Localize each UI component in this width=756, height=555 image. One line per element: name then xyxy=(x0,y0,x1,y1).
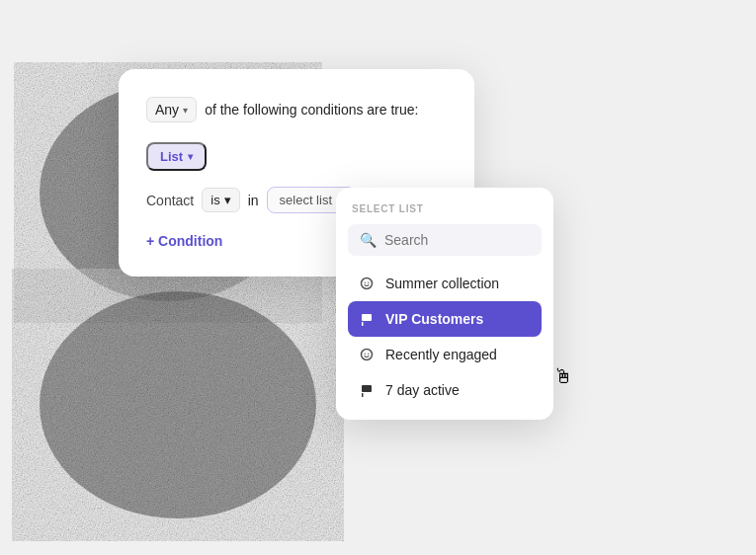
list-tag-button[interactable]: List ▾ xyxy=(146,142,207,171)
dropdown-title: SELECT LIST xyxy=(348,203,542,214)
select-list-dropdown: SELECT LIST 🔍 Summer collectionVIP Custo… xyxy=(336,188,553,420)
flag-icon xyxy=(358,381,376,399)
any-chevron-icon: ▾ xyxy=(183,105,188,116)
dropdown-items-container: Summer collectionVIP CustomersRecently e… xyxy=(348,266,542,408)
svg-point-7 xyxy=(362,350,373,360)
tag-row: List ▾ xyxy=(146,142,447,171)
contact-label: Contact xyxy=(146,193,194,208)
svg-point-2 xyxy=(362,278,373,289)
add-condition-label: + Condition xyxy=(146,233,222,249)
dropdown-item-summer[interactable]: Summer collection xyxy=(348,266,542,301)
svg-point-8 xyxy=(365,354,366,355)
list-tag-chevron-icon: ▾ xyxy=(188,151,193,162)
svg-rect-10 xyxy=(362,385,372,392)
svg-point-3 xyxy=(365,282,366,283)
is-label: is xyxy=(210,193,219,207)
any-label: Any xyxy=(155,102,179,118)
list-tag-label: List xyxy=(160,149,183,164)
svg-rect-5 xyxy=(362,314,372,321)
dropdown-item-engaged[interactable]: Recently engaged xyxy=(348,337,542,372)
circle-icon xyxy=(358,346,376,363)
cursor-indicator: 🖱 xyxy=(553,365,746,545)
circle-icon xyxy=(358,275,376,292)
svg-point-1 xyxy=(40,291,316,518)
flag-icon xyxy=(358,310,376,328)
svg-point-4 xyxy=(368,282,369,283)
is-chevron-icon: ▾ xyxy=(224,193,231,207)
in-label: in xyxy=(248,193,259,208)
dropdown-item-label-active: 7 day active xyxy=(385,382,460,398)
svg-rect-6 xyxy=(362,322,364,326)
svg-rect-11 xyxy=(362,393,364,397)
search-input[interactable] xyxy=(384,232,530,248)
condition-suffix-text: of the following conditions are true: xyxy=(205,102,418,118)
dropdown-item-label-summer: Summer collection xyxy=(385,276,499,291)
dropdown-item-label-engaged: Recently engaged xyxy=(385,347,497,362)
dropdown-item-vip[interactable]: VIP Customers xyxy=(348,301,542,337)
search-box: 🔍 xyxy=(348,224,542,256)
search-icon: 🔍 xyxy=(360,232,377,248)
select-list-label: select list xyxy=(280,193,332,207)
dropdown-item-label-vip: VIP Customers xyxy=(385,311,483,327)
dropdown-item-active[interactable]: 7 day active xyxy=(348,372,542,408)
is-dropdown[interactable]: is ▾ xyxy=(202,188,239,212)
any-dropdown[interactable]: Any ▾ xyxy=(146,97,197,122)
svg-point-9 xyxy=(368,354,369,355)
condition-header: Any ▾ of the following conditions are tr… xyxy=(146,97,447,122)
